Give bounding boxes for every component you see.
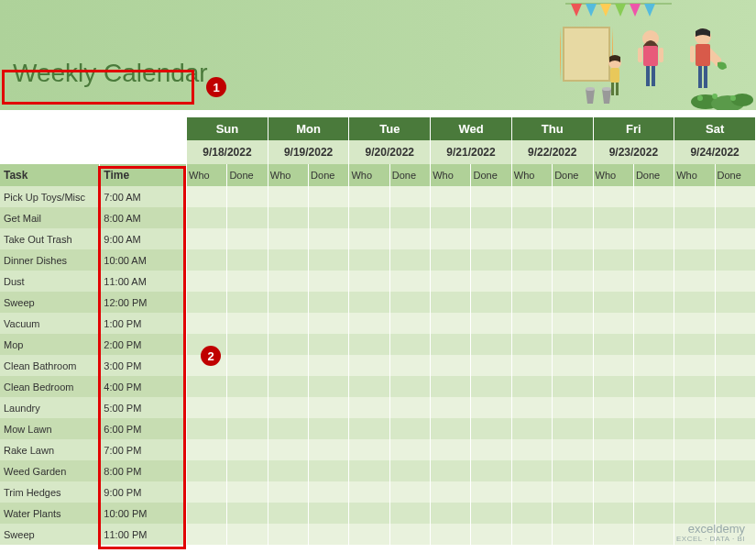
done-cell[interactable]	[227, 376, 268, 397]
done-cell[interactable]	[471, 418, 511, 439]
who-cell[interactable]	[431, 481, 471, 503]
who-cell[interactable]	[349, 439, 389, 460]
who-cell[interactable]	[431, 207, 471, 228]
done-cell[interactable]	[227, 503, 268, 524]
who-cell[interactable]	[593, 418, 633, 439]
done-cell[interactable]	[227, 334, 268, 355]
who-cell[interactable]	[593, 228, 633, 249]
done-cell[interactable]	[633, 503, 674, 524]
who-cell[interactable]	[268, 334, 308, 355]
done-cell[interactable]	[633, 397, 674, 418]
who-cell[interactable]	[674, 271, 715, 292]
done-cell[interactable]	[553, 292, 593, 313]
done-cell[interactable]	[227, 249, 268, 271]
done-cell[interactable]	[715, 355, 755, 376]
done-cell[interactable]	[309, 249, 349, 271]
done-cell[interactable]	[389, 460, 430, 481]
done-cell[interactable]	[633, 207, 674, 228]
who-cell[interactable]	[511, 249, 552, 271]
done-cell[interactable]	[715, 397, 755, 418]
who-cell[interactable]	[511, 334, 552, 355]
who-cell[interactable]	[674, 228, 715, 249]
done-cell[interactable]	[553, 418, 593, 439]
who-cell[interactable]	[268, 186, 308, 207]
who-cell[interactable]	[674, 186, 715, 207]
done-cell[interactable]	[553, 460, 593, 481]
done-cell[interactable]	[389, 418, 430, 439]
who-cell[interactable]	[268, 376, 308, 397]
done-cell[interactable]	[633, 418, 674, 439]
done-cell[interactable]	[471, 207, 511, 228]
who-cell[interactable]	[431, 376, 471, 397]
who-cell[interactable]	[187, 186, 227, 207]
done-cell[interactable]	[471, 186, 511, 207]
done-cell[interactable]	[309, 207, 349, 228]
task-cell[interactable]: Laundry	[0, 397, 100, 418]
done-cell[interactable]	[389, 313, 430, 334]
who-cell[interactable]	[431, 524, 471, 545]
who-cell[interactable]	[593, 249, 633, 271]
who-cell[interactable]	[431, 292, 471, 313]
done-cell[interactable]	[715, 271, 755, 292]
who-cell[interactable]	[511, 503, 552, 524]
done-cell[interactable]	[227, 355, 268, 376]
who-cell[interactable]	[268, 503, 308, 524]
who-cell[interactable]	[349, 271, 389, 292]
who-cell[interactable]	[349, 524, 389, 545]
done-cell[interactable]	[227, 228, 268, 249]
who-cell[interactable]	[187, 481, 227, 503]
who-cell[interactable]	[593, 186, 633, 207]
who-cell[interactable]	[268, 397, 308, 418]
done-cell[interactable]	[715, 207, 755, 228]
done-cell[interactable]	[471, 439, 511, 460]
who-cell[interactable]	[349, 313, 389, 334]
done-cell[interactable]	[309, 439, 349, 460]
task-cell[interactable]: Clean Bedroom	[0, 376, 100, 397]
task-cell[interactable]: Pick Up Toys/Misc	[0, 186, 100, 207]
done-cell[interactable]	[715, 418, 755, 439]
done-cell[interactable]	[309, 397, 349, 418]
done-cell[interactable]	[715, 186, 755, 207]
done-cell[interactable]	[715, 249, 755, 271]
done-cell[interactable]	[309, 355, 349, 376]
done-cell[interactable]	[227, 207, 268, 228]
who-cell[interactable]	[349, 292, 389, 313]
done-cell[interactable]	[227, 481, 268, 503]
done-cell[interactable]	[633, 334, 674, 355]
done-cell[interactable]	[227, 292, 268, 313]
task-cell[interactable]: Mow Lawn	[0, 418, 100, 439]
done-cell[interactable]	[309, 334, 349, 355]
who-cell[interactable]	[674, 207, 715, 228]
done-cell[interactable]	[471, 249, 511, 271]
who-cell[interactable]	[511, 207, 552, 228]
done-cell[interactable]	[715, 292, 755, 313]
done-cell[interactable]	[227, 271, 268, 292]
who-cell[interactable]	[593, 292, 633, 313]
who-cell[interactable]	[511, 439, 552, 460]
who-cell[interactable]	[187, 503, 227, 524]
who-cell[interactable]	[349, 249, 389, 271]
who-cell[interactable]	[674, 481, 715, 503]
who-cell[interactable]	[511, 271, 552, 292]
who-cell[interactable]	[349, 503, 389, 524]
who-cell[interactable]	[349, 186, 389, 207]
who-cell[interactable]	[268, 460, 308, 481]
done-cell[interactable]	[389, 186, 430, 207]
who-cell[interactable]	[511, 524, 552, 545]
who-cell[interactable]	[268, 418, 308, 439]
who-cell[interactable]	[268, 207, 308, 228]
who-cell[interactable]	[431, 397, 471, 418]
task-cell[interactable]: Mop	[0, 334, 100, 355]
who-cell[interactable]	[674, 418, 715, 439]
done-cell[interactable]	[553, 228, 593, 249]
done-cell[interactable]	[633, 439, 674, 460]
who-cell[interactable]	[593, 271, 633, 292]
who-cell[interactable]	[593, 460, 633, 481]
done-cell[interactable]	[633, 228, 674, 249]
task-cell[interactable]: Sweep	[0, 292, 100, 313]
done-cell[interactable]	[309, 524, 349, 545]
task-cell[interactable]: Dinner Dishes	[0, 249, 100, 271]
done-cell[interactable]	[389, 397, 430, 418]
done-cell[interactable]	[227, 313, 268, 334]
who-cell[interactable]	[511, 418, 552, 439]
